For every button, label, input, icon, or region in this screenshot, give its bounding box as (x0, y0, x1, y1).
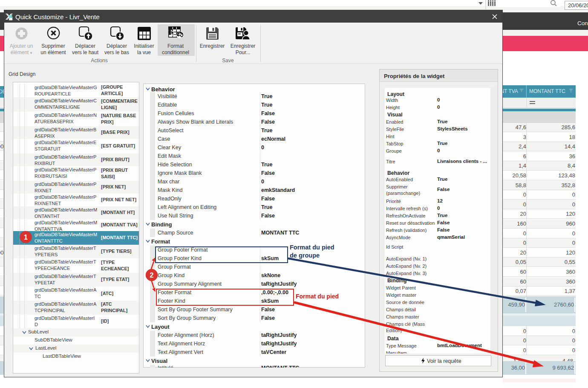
svg-text:2: 2 (150, 272, 154, 279)
svg-text:1: 1 (24, 234, 28, 241)
